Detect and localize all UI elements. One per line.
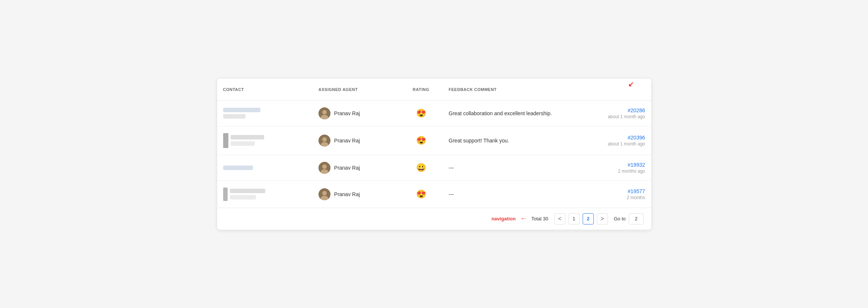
- svg-point-4: [322, 137, 327, 142]
- agent-cell-3: Pranav Raj: [313, 180, 399, 208]
- feedback-text-2: ---: [449, 165, 454, 171]
- table-row: Pranav Raj 😍 --- #19577 2 months: [217, 180, 651, 208]
- conv-id-link-3[interactable]: #19577: [579, 188, 645, 194]
- rating-cell-0: 😍: [399, 100, 443, 126]
- goto-input[interactable]: [629, 213, 644, 224]
- feedback-text-1: Great support! Thank you.: [449, 138, 509, 144]
- contact-cell-1: [217, 126, 313, 155]
- rating-emoji-2: 😀: [405, 163, 437, 173]
- prev-page-button[interactable]: <: [554, 213, 566, 224]
- agent-avatar-3: [319, 188, 330, 200]
- svg-point-1: [322, 110, 327, 114]
- conversation-id-arrow: ↙: [628, 80, 634, 88]
- main-container: CONTACT ASSIGNED AGENT RATING FEEDBACK C…: [217, 79, 651, 230]
- rating-cell-1: 😍: [399, 126, 443, 155]
- rating-cell-2: 😀: [399, 155, 443, 180]
- conversation-id-annotation: Conversation ID: [575, 79, 623, 79]
- feedback-cell-1: Great support! Thank you.: [443, 126, 573, 155]
- conversation-cell-1: #20396 about 1 month ago: [573, 126, 651, 155]
- col-header-feedback: FEEDBACK COMMENT: [443, 79, 573, 101]
- agent-cell-0: Pranav Raj: [313, 100, 399, 126]
- feedback-cell-2: ---: [443, 155, 573, 180]
- feedback-cell-3: ---: [443, 180, 573, 208]
- contact-cell-2: [217, 155, 313, 180]
- conv-id-link-0[interactable]: #20286: [579, 107, 645, 113]
- agent-name-1: Pranav Raj: [334, 138, 360, 144]
- agent-avatar-1: [319, 135, 330, 147]
- table-row: Pranav Raj 😍 Great support! Thank you. #…: [217, 126, 651, 155]
- navigation-annotation: navigation: [491, 216, 516, 221]
- conv-id-link-1[interactable]: #20396: [579, 135, 645, 141]
- conv-time-0: about 1 month ago: [579, 114, 645, 119]
- total-label: Total 30: [531, 216, 548, 221]
- agent-name-3: Pranav Raj: [334, 191, 360, 197]
- feedback-cell-0: Great collaboration and excellent leader…: [443, 100, 573, 126]
- contact-cell-0: [217, 100, 313, 126]
- conversation-cell-3: #19577 2 months: [573, 180, 651, 208]
- conversation-cell-2: #19932 2 months ago: [573, 155, 651, 180]
- col-header-rating: RATING: [399, 79, 443, 101]
- rating-emoji-1: 😍: [405, 136, 437, 145]
- col-header-conversation: Conversation ID ↙: [573, 79, 651, 101]
- conv-id-link-2[interactable]: #19932: [579, 162, 645, 168]
- agent-name-0: Pranav Raj: [334, 110, 360, 116]
- rating-emoji-3: 😍: [405, 189, 437, 199]
- col-header-contact: CONTACT: [217, 79, 313, 101]
- conv-time-3: 2 months: [579, 195, 645, 200]
- table-wrapper: CONTACT ASSIGNED AGENT RATING FEEDBACK C…: [217, 79, 651, 208]
- rating-emoji-0: 😍: [405, 109, 437, 118]
- page-2-button[interactable]: 2: [583, 213, 594, 224]
- table-row: Pranav Raj 😍 Great collaboration and exc…: [217, 100, 651, 126]
- conversation-cell-0: #20286 about 1 month ago: [573, 100, 651, 126]
- pagination-footer: navigation ← Total 30 < 1 2 > Go to: [217, 208, 651, 230]
- feedback-table: CONTACT ASSIGNED AGENT RATING FEEDBACK C…: [217, 79, 651, 208]
- table-row: Pranav Raj 😀 --- #19932 2 months ago: [217, 155, 651, 180]
- contact-cell-3: [217, 180, 313, 208]
- goto-label: Go to: [614, 216, 626, 221]
- agent-avatar-0: [319, 107, 330, 119]
- rating-cell-3: 😍: [399, 180, 443, 208]
- feedback-text-0: Great collaboration and excellent leader…: [449, 110, 552, 116]
- conv-time-2: 2 months ago: [579, 169, 645, 174]
- svg-point-10: [322, 191, 327, 195]
- navigation-arrow: ←: [520, 215, 527, 223]
- conv-time-1: about 1 month ago: [579, 141, 645, 147]
- agent-avatar-2: [319, 162, 330, 174]
- agent-cell-2: Pranav Raj: [313, 155, 399, 180]
- next-page-button[interactable]: >: [597, 213, 608, 224]
- agent-cell-1: Pranav Raj: [313, 126, 399, 155]
- agent-name-2: Pranav Raj: [334, 165, 360, 171]
- feedback-text-3: ---: [449, 191, 454, 197]
- col-header-agent: ASSIGNED AGENT: [313, 79, 399, 101]
- svg-point-7: [322, 164, 327, 169]
- page-1-button[interactable]: 1: [568, 213, 580, 224]
